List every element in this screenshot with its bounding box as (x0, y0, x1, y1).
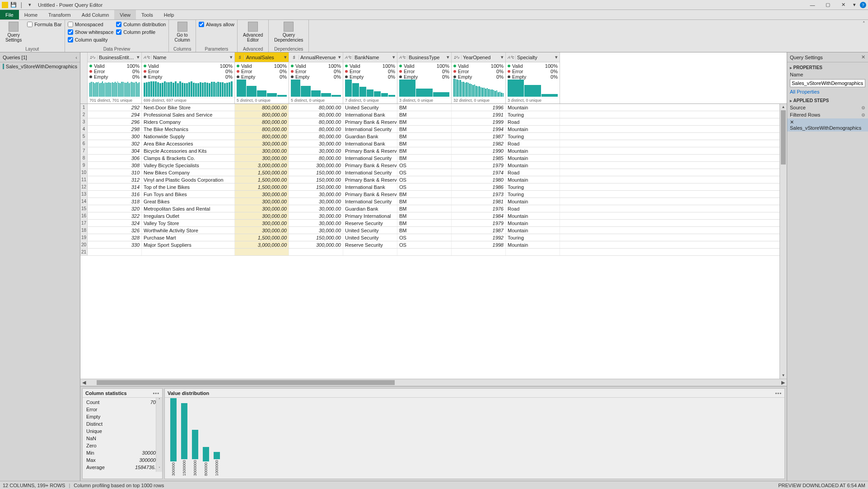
cell[interactable]: Touring (506, 183, 560, 190)
cell[interactable]: Valley Toy Store (142, 220, 235, 226)
cell[interactable]: 150,000.00 (289, 234, 343, 241)
cell[interactable] (343, 249, 397, 255)
cell[interactable]: Mountain (506, 212, 560, 219)
cell[interactable]: Mountain (506, 162, 560, 169)
query-dependencies-button[interactable]: Query Dependencies (271, 21, 306, 43)
cell[interactable]: 30,000.00 (289, 198, 343, 205)
cell[interactable]: 1996 (452, 104, 506, 111)
cell[interactable]: United Security (343, 104, 397, 111)
close-button[interactable]: ✕ (835, 0, 851, 10)
scroll-thumb[interactable] (781, 110, 786, 165)
cell[interactable]: 292 (88, 104, 142, 111)
cell[interactable]: 1984 (452, 212, 506, 219)
cell[interactable]: Touring (506, 234, 560, 241)
cell[interactable]: BM (397, 126, 452, 132)
cell[interactable]: 324 (88, 220, 142, 226)
cell[interactable]: New Bikes Company (142, 169, 235, 176)
cell[interactable]: Road (506, 205, 560, 212)
cell[interactable]: International Security (343, 126, 397, 132)
cell[interactable]: 1986 (452, 183, 506, 190)
cell[interactable]: BM (397, 212, 452, 219)
qat-save-icon[interactable]: 💾 (10, 1, 17, 9)
cell[interactable]: Primary Bank & Reserve (343, 118, 397, 125)
cell[interactable]: 1987 (452, 133, 506, 140)
cell[interactable]: Vinyl and Plastic Goods Corporation (142, 176, 235, 183)
type-icon[interactable]: $ (237, 55, 245, 60)
applied-step[interactable]: Source⚙ (787, 104, 868, 111)
table-row[interactable]: 13316Fun Toys and Bikes300,000.0030,000.… (80, 191, 779, 198)
goto-column-button[interactable]: Go to Column (172, 21, 192, 43)
cell[interactable]: OS (397, 176, 452, 183)
cell[interactable]: 80,000.00 (289, 104, 343, 111)
cell[interactable]: 1987 (452, 227, 506, 234)
cell[interactable]: Valley Bicycle Specialists (142, 162, 235, 169)
cell[interactable]: 800,000.00 (235, 133, 289, 140)
show-whitespace-checkbox[interactable]: Show whitespace (68, 28, 114, 36)
cell[interactable]: OS (397, 162, 452, 169)
cell[interactable]: 1,500,000.00 (235, 183, 289, 190)
queries-pane-collapse-icon[interactable]: ‹ (75, 55, 77, 60)
table-row[interactable]: 8306Clamps & Brackets Co.300,000.0080,00… (80, 155, 779, 162)
row-number[interactable]: 15 (80, 205, 88, 212)
query-name-input[interactable] (790, 79, 865, 87)
table-row[interactable]: 17324Valley Toy Store300,000.0030,000.00… (80, 220, 779, 227)
options-chevron-icon[interactable]: ▾ (851, 0, 858, 10)
cell[interactable]: Mountain (506, 155, 560, 161)
hscroll-thumb[interactable] (97, 380, 395, 385)
row-number[interactable]: 16 (80, 212, 88, 219)
row-number[interactable]: 21 (80, 249, 88, 255)
table-row[interactable]: 3296Riders Company800,000.0080,000.00Pri… (80, 118, 779, 126)
cell[interactable]: BM (397, 198, 452, 205)
cell[interactable]: Area Bike Accessories (142, 140, 235, 147)
cell[interactable]: BM (397, 118, 452, 125)
formula-bar-checkbox[interactable]: Formula Bar (27, 21, 62, 28)
cell[interactable]: 1992 (452, 234, 506, 241)
cell[interactable]: Riders Company (142, 118, 235, 125)
row-number[interactable]: 4 (80, 126, 88, 132)
panel-menu-icon[interactable]: ••• (153, 390, 159, 396)
cell[interactable]: 312 (88, 176, 142, 183)
cell[interactable]: 300,000.00 (235, 198, 289, 205)
cell[interactable]: 1991 (452, 111, 506, 118)
cell[interactable]: 30,000.00 (289, 205, 343, 212)
cell[interactable]: Touring (506, 111, 560, 118)
row-number[interactable]: 7 (80, 147, 88, 154)
cell[interactable] (506, 249, 560, 255)
cell[interactable]: 150,000.00 (289, 183, 343, 190)
vertical-scrollbar[interactable]: ▲ ▼ (779, 104, 787, 379)
cell[interactable]: 1980 (452, 176, 506, 183)
qat-dropdown-icon[interactable]: ▾ (26, 1, 33, 9)
cell[interactable]: BM (397, 155, 452, 161)
cell[interactable]: International Bank (343, 183, 397, 190)
cell[interactable]: 1998 (452, 241, 506, 248)
cell[interactable]: 294 (88, 111, 142, 118)
cell[interactable]: 1974 (452, 169, 506, 176)
cell[interactable]: Nationwide Supply (142, 133, 235, 140)
cell[interactable]: 30,000.00 (289, 220, 343, 226)
tab-file[interactable]: File (0, 10, 19, 19)
table-row[interactable]: 12314Top of the Line Bikes1,500,000.0015… (80, 183, 779, 191)
cell[interactable]: 30,000.00 (289, 227, 343, 234)
scroll-up-icon[interactable]: ▲ (780, 104, 787, 110)
panel-menu-icon[interactable]: ••• (775, 390, 782, 396)
cell[interactable] (289, 249, 343, 255)
cell[interactable]: BM (397, 191, 452, 197)
row-number[interactable]: 19 (80, 234, 88, 241)
gear-icon[interactable]: ⚙ (861, 105, 865, 110)
table-row[interactable]: 19328Purchase Mart1,500,000.00150,000.00… (80, 234, 779, 241)
cell[interactable]: 800,000.00 (235, 118, 289, 125)
column-header[interactable]: $AnnualRevenue▾ (289, 52, 343, 62)
cell[interactable]: 300,000.00 (235, 140, 289, 147)
tab-tools[interactable]: Tools (136, 10, 159, 19)
cell[interactable]: 800,000.00 (235, 126, 289, 132)
column-profile-checkbox[interactable]: Column profile (116, 28, 166, 36)
cell[interactable]: Worthwhile Activity Store (142, 227, 235, 234)
table-row[interactable]: 20330Major Sport Suppliers3,000,000.0030… (80, 241, 779, 249)
cell[interactable]: 3,000,000.00 (235, 162, 289, 169)
cell[interactable]: 1976 (452, 205, 506, 212)
column-header[interactable]: AᴮcBankName▾ (343, 52, 397, 62)
type-icon[interactable]: 1²₃ (89, 55, 98, 60)
status-profiling[interactable]: Column profiling based on top 1000 rows (74, 483, 164, 488)
cell[interactable]: Mountain (506, 220, 560, 226)
scroll-left-icon[interactable]: ◀ (80, 380, 88, 386)
